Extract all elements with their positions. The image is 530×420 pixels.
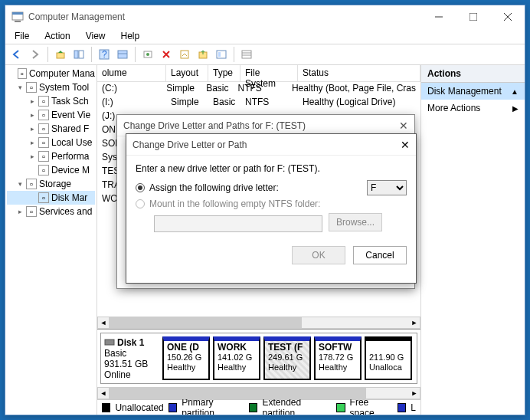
- svg-rect-8: [74, 51, 78, 58]
- actions-disk-management[interactable]: Disk Management▲: [421, 83, 525, 100]
- legend-primary: Primary partition: [182, 397, 244, 415]
- tree-label: Local Use: [51, 137, 92, 148]
- tree-item[interactable]: ▾▫Storage: [7, 177, 95, 191]
- tree-item[interactable]: ▸▫Shared F: [7, 122, 95, 136]
- maximize-button[interactable]: [456, 5, 490, 28]
- up-button[interactable]: [52, 46, 69, 63]
- dialog2-prompt: Enter a new drive letter or path for F: …: [136, 163, 407, 174]
- collapse-icon: ▲: [511, 87, 519, 96]
- dialog1-title: Change Drive Letter and Paths for F: (TE…: [123, 120, 306, 131]
- disk-scrollbar[interactable]: ◄►: [97, 387, 420, 399]
- dialog2-title: Change Drive Letter or Path: [132, 139, 247, 150]
- svg-rect-7: [57, 53, 64, 58]
- col-status[interactable]: Status: [298, 65, 420, 81]
- settings-button[interactable]: [213, 46, 230, 63]
- col-volume[interactable]: olume: [97, 65, 166, 81]
- browse-button: Browse...: [329, 213, 382, 231]
- disk-row[interactable]: Disk 1 Basic 931.51 GB Online ONE (D150.…: [100, 333, 417, 384]
- properties-button[interactable]: [176, 46, 193, 63]
- tree-icon: ▫: [26, 179, 37, 189]
- col-layout[interactable]: Layout: [166, 65, 208, 81]
- volume-row[interactable]: (I:)SimpleBasicNTFSHealthy (Logical Driv…: [97, 96, 420, 110]
- tree-label: Shared F: [51, 123, 89, 134]
- legend-logical: L: [411, 402, 416, 413]
- menu-help[interactable]: Help: [115, 29, 146, 43]
- tree-item[interactable]: ▫Disk Mar: [7, 191, 95, 205]
- svg-rect-18: [217, 51, 226, 58]
- tree-label: Services and: [39, 206, 92, 217]
- volume-block[interactable]: TEST (F249.61 GHealthy: [263, 336, 311, 380]
- volume-block[interactable]: WORK141.02 GHealthy: [213, 336, 260, 380]
- tree-icon: ▫: [38, 96, 49, 107]
- tree-item[interactable]: ▸▫Task Sch: [7, 94, 95, 108]
- volume-block[interactable]: 211.90 GUnalloca: [365, 336, 412, 380]
- volume-block[interactable]: SOFTW178.72 GHealthy: [314, 336, 362, 380]
- dialog2-titlebar[interactable]: Change Drive Letter or Path ✕: [126, 134, 416, 156]
- radio-on-icon: [136, 183, 145, 192]
- tree-item[interactable]: ▫Computer Mana: [7, 67, 95, 80]
- tree-item[interactable]: ▸▫Services and: [7, 205, 95, 218]
- mount-path-input: [154, 215, 322, 232]
- disk-type: Basic: [104, 348, 126, 359]
- actions-more[interactable]: More Actions▶: [421, 100, 525, 116]
- help-button[interactable]: ?: [96, 46, 113, 63]
- svg-rect-16: [181, 51, 188, 58]
- window-title: Computer Management: [28, 11, 421, 22]
- tree-label: Computer Mana: [29, 68, 95, 79]
- list-button[interactable]: [238, 46, 255, 63]
- col-type[interactable]: Type: [208, 65, 240, 81]
- menu-view[interactable]: View: [80, 29, 112, 43]
- dialog2-ok-button[interactable]: OK: [292, 246, 345, 264]
- volume-list-header[interactable]: olume Layout Type File System Status: [97, 65, 420, 82]
- menu-file[interactable]: File: [8, 29, 35, 43]
- window-buttons: [421, 5, 525, 28]
- svg-rect-4: [469, 13, 477, 21]
- tree-item[interactable]: ▫Device M: [7, 163, 95, 177]
- tree-item[interactable]: ▸▫Local Use: [7, 136, 95, 149]
- chevron-right-icon: ▶: [512, 104, 519, 113]
- tree-item[interactable]: ▸▫Event Vie: [7, 108, 95, 122]
- tree-icon: ▫: [38, 192, 49, 203]
- tree-icon: ▫: [26, 206, 37, 217]
- close-button[interactable]: [490, 5, 525, 28]
- svg-rect-9: [79, 51, 83, 58]
- volume-block[interactable]: ONE (D150.26 GHealthy: [162, 336, 210, 380]
- legend-unallocated: Unallocated: [115, 402, 163, 413]
- app-icon: [11, 11, 24, 23]
- disk-info: Disk 1 Basic 931.51 GB Online: [104, 336, 159, 380]
- refresh-button[interactable]: [139, 46, 156, 63]
- tree-item[interactable]: ▸▫Performa: [7, 149, 95, 163]
- volume-row[interactable]: (C:)SimpleBasicNTFSHealthy (Boot, Page F…: [97, 82, 420, 96]
- svg-rect-1: [12, 12, 23, 15]
- nav-tree[interactable]: ▫Computer Mana▾▫System Tool▸▫Task Sch▸▫E…: [5, 65, 97, 415]
- dialog1-close-icon[interactable]: ✕: [399, 120, 408, 132]
- tree-item[interactable]: ▾▫System Tool: [7, 80, 95, 94]
- back-button[interactable]: [8, 46, 25, 63]
- view-button[interactable]: [114, 46, 131, 63]
- col-filesystem[interactable]: File System: [240, 65, 298, 81]
- tree-icon: ▫: [26, 82, 37, 93]
- drive-letter-select[interactable]: F: [367, 180, 407, 195]
- assign-letter-label: Assign the following drive letter:: [149, 182, 279, 193]
- list-scrollbar[interactable]: ◄►: [97, 317, 420, 329]
- menu-action[interactable]: Action: [38, 29, 76, 43]
- tree-label: Performa: [51, 151, 89, 162]
- mount-folder-radio[interactable]: Mount in the following empty NTFS folder…: [136, 199, 407, 209]
- disk-map-panel: Disk 1 Basic 931.51 GB Online ONE (D150.…: [97, 329, 420, 387]
- show-hide-tree-button[interactable]: [70, 46, 87, 63]
- change-drive-letter-dialog: Change Drive Letter or Path ✕ Enter a ne…: [126, 133, 417, 284]
- dialog2-cancel-button[interactable]: Cancel: [353, 246, 407, 264]
- titlebar[interactable]: Computer Management: [5, 5, 525, 28]
- dialog2-close-icon[interactable]: ✕: [401, 139, 410, 151]
- tree-icon: ▫: [38, 137, 49, 148]
- actions-header: Actions: [421, 65, 525, 83]
- export-button[interactable]: [195, 46, 211, 63]
- svg-rect-2: [15, 21, 21, 22]
- delete-button[interactable]: [158, 46, 175, 63]
- forward-button[interactable]: [27, 46, 44, 63]
- volumes: ONE (D150.26 GHealthyWORK141.02 GHealthy…: [162, 336, 412, 380]
- svg-rect-19: [218, 52, 221, 57]
- assign-letter-radio[interactable]: Assign the following drive letter: F: [136, 180, 407, 195]
- tree-label: Device M: [51, 165, 90, 176]
- minimize-button[interactable]: [421, 5, 456, 28]
